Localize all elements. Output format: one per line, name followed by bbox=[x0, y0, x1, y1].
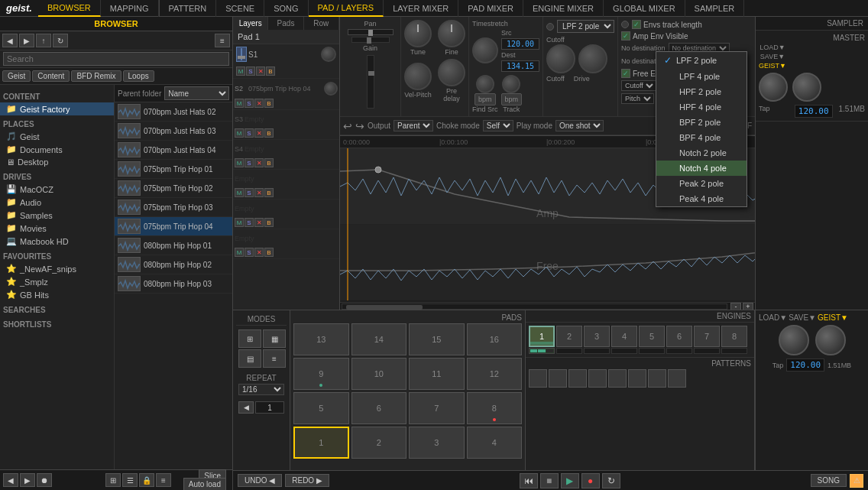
tree-item-samples[interactable]: 📁 Samples bbox=[0, 209, 114, 222]
layer-s1-knob[interactable] bbox=[321, 47, 336, 62]
tab-pad-layers[interactable]: PAD / LAYERS bbox=[309, 0, 384, 17]
cutoff-knob[interactable] bbox=[546, 44, 575, 73]
pad-8[interactable]: 8 bbox=[467, 392, 523, 424]
division-select[interactable]: 1/16 bbox=[238, 384, 284, 395]
choke-select[interactable]: Self bbox=[483, 120, 513, 131]
up-button[interactable]: ↑ bbox=[36, 34, 51, 47]
engine-6-btn[interactable]: 6 bbox=[666, 326, 692, 347]
pad-5[interactable]: 5 bbox=[293, 392, 349, 424]
undo-button[interactable]: UNDO ◀ bbox=[238, 474, 282, 487]
search-input[interactable] bbox=[3, 52, 229, 66]
pad-15[interactable]: 15 bbox=[409, 323, 465, 355]
pan-track[interactable] bbox=[348, 29, 394, 35]
load-label[interactable]: LOAD▼ bbox=[759, 313, 787, 322]
view-toggle-button[interactable]: ≡ bbox=[215, 34, 230, 47]
pad-4[interactable]: 4 bbox=[467, 427, 523, 459]
sort-select[interactable]: Name Date Size bbox=[164, 86, 229, 100]
autoload-btn[interactable]: Auto load bbox=[183, 478, 226, 490]
m-btn-3[interactable]: M bbox=[235, 248, 244, 257]
engine-4-btn[interactable]: 4 bbox=[611, 326, 637, 347]
s-btn-1[interactable]: S bbox=[245, 188, 254, 197]
tune-knob[interactable] bbox=[404, 20, 432, 47]
tree-item-fav3[interactable]: ⭐ GB Hits bbox=[0, 288, 114, 301]
stop-btn[interactable]: ■ bbox=[540, 473, 559, 488]
tree-item-geist[interactable]: 🎵 Geist bbox=[0, 130, 114, 143]
file-item-8[interactable]: 080bpm Hip Hop 02 bbox=[115, 255, 232, 274]
tab-layers[interactable]: Layers bbox=[233, 17, 268, 30]
pattern-btn-3[interactable] bbox=[568, 369, 587, 388]
tree-item-geist-factory[interactable]: 📁 Geist Factory bbox=[0, 102, 114, 115]
tab-pattern[interactable]: PATTERN bbox=[160, 0, 217, 17]
layer-s3-x[interactable]: ✕ bbox=[254, 128, 264, 138]
mode-btn-list[interactable]: ≡ bbox=[263, 349, 286, 368]
save-label[interactable]: SAVE▼ bbox=[789, 313, 816, 322]
mode-btn-grid[interactable]: ⊞ bbox=[238, 329, 261, 348]
tree-item-macocz[interactable]: 💾 MacOCZ bbox=[0, 183, 114, 196]
x-btn-1[interactable]: ✕ bbox=[254, 188, 264, 197]
tab-pads[interactable]: Pads bbox=[268, 17, 303, 30]
breadcrumb-loops[interactable]: Loops bbox=[123, 70, 154, 82]
mode-btn-step[interactable]: ▤ bbox=[238, 349, 261, 368]
master-pitch-knob[interactable] bbox=[792, 73, 821, 102]
pitch-dest-select[interactable]: Pitch bbox=[621, 93, 654, 104]
filter-type-select[interactable]: LPF 2 pole bbox=[557, 20, 614, 33]
envs-track-checkbox[interactable] bbox=[632, 20, 641, 29]
pad-13[interactable]: 13 bbox=[293, 323, 349, 355]
engine-5-btn[interactable]: 5 bbox=[639, 326, 665, 347]
pad-16[interactable]: 16 bbox=[467, 323, 523, 355]
pre-delay-knob[interactable] bbox=[438, 59, 465, 86]
pad-6[interactable]: 6 bbox=[351, 392, 407, 424]
layer-s4-x[interactable]: ✕ bbox=[254, 158, 264, 167]
engine-8-btn[interactable]: 8 bbox=[721, 326, 747, 347]
tab-global-mixer[interactable]: GLOBAL MIXER bbox=[604, 0, 685, 17]
m-btn-2[interactable]: M bbox=[235, 218, 244, 227]
prev-btn[interactable]: ◀ bbox=[3, 473, 18, 487]
tab-pad-mixer[interactable]: PAD MIXER bbox=[458, 0, 523, 17]
breadcrumb-geist[interactable]: Geist bbox=[2, 70, 31, 82]
breadcrumb-bfd[interactable]: BFD Remix bbox=[71, 70, 121, 82]
b-btn-3[interactable]: B bbox=[264, 248, 274, 257]
fine-knob[interactable] bbox=[438, 20, 465, 47]
layer-s4-s[interactable]: S bbox=[245, 158, 254, 167]
pad-1[interactable]: 1 bbox=[293, 427, 349, 459]
gain-slider[interactable] bbox=[351, 37, 390, 43]
tab-layer-mixer[interactable]: LAYER MIXER bbox=[384, 0, 458, 17]
layer-s2-b[interactable]: B bbox=[264, 99, 274, 108]
tab-engine-mixer[interactable]: ENGINE MIXER bbox=[523, 0, 604, 17]
layer-s2-x[interactable]: ✕ bbox=[254, 99, 264, 108]
layer-s1-s[interactable]: S bbox=[246, 67, 255, 76]
layer-s4-b[interactable]: B bbox=[264, 158, 274, 167]
filter-option-bpf4[interactable]: BPF 4 pole bbox=[656, 130, 747, 145]
zoom-out-btn[interactable]: - bbox=[730, 303, 741, 310]
load-btn[interactable]: LOAD▼ bbox=[760, 44, 785, 51]
drive-knob[interactable] bbox=[578, 44, 607, 73]
warning-btn[interactable]: ⚠ bbox=[850, 474, 863, 488]
tree-item-fav2[interactable]: ⭐ _Smplz bbox=[0, 275, 114, 288]
b-btn-2[interactable]: B bbox=[264, 218, 274, 227]
forward-nav-btn[interactable]: ↪ bbox=[355, 120, 364, 132]
file-item-1[interactable]: 070bpm Just Hats 03 bbox=[115, 122, 232, 141]
pad-3[interactable]: 3 bbox=[409, 427, 465, 459]
track-bpm[interactable]: bpm bbox=[501, 93, 523, 105]
gain-fader[interactable] bbox=[367, 55, 374, 109]
b-btn-1[interactable]: B bbox=[264, 188, 274, 197]
breadcrumb-content[interactable]: Content bbox=[32, 70, 70, 82]
file-item-3[interactable]: 075bpm Trip Hop 01 bbox=[115, 160, 232, 179]
tab-song[interactable]: SONG bbox=[264, 0, 308, 17]
tree-item-macbook[interactable]: 💻 Macbook HD bbox=[0, 235, 114, 248]
cutoff-dest-select[interactable]: Cutoff bbox=[621, 80, 656, 91]
pad-11[interactable]: 11 bbox=[409, 358, 465, 390]
filter-option-lpf2[interactable]: ✓ LPF 2 pole bbox=[656, 52, 747, 69]
output-select[interactable]: Parent bbox=[394, 120, 433, 131]
filter-option-peak4[interactable]: Peak 4 pole bbox=[656, 191, 747, 206]
tree-item-desktop[interactable]: 🖥 Desktop bbox=[0, 156, 114, 168]
redo-button[interactable]: REDO ▶ bbox=[285, 474, 329, 487]
amp-env-checkbox[interactable] bbox=[621, 31, 630, 41]
song-button[interactable]: SONG bbox=[811, 474, 847, 487]
pattern-btn-4[interactable] bbox=[588, 369, 607, 388]
master-pan-knob[interactable] bbox=[815, 325, 846, 355]
mode-btn-seq[interactable]: ▦ bbox=[263, 329, 286, 348]
pad-14[interactable]: 14 bbox=[351, 323, 407, 355]
loop-btn[interactable]: ↻ bbox=[602, 473, 620, 488]
file-item-0[interactable]: 070bpm Just Hats 02 bbox=[115, 102, 232, 122]
